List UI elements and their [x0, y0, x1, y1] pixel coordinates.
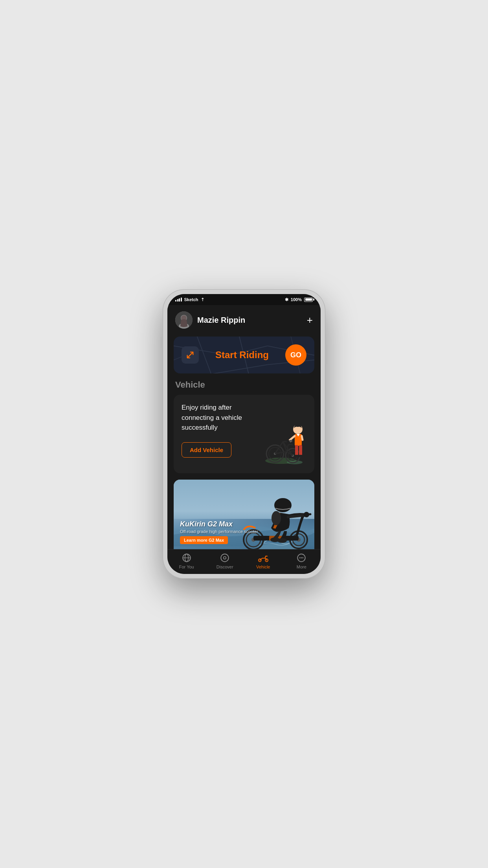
nav-item-discover[interactable]: Discover	[213, 553, 237, 569]
svg-rect-24	[295, 445, 298, 456]
svg-point-38	[275, 504, 291, 511]
promo-subtitle: Off-road grade high performance scooter	[180, 529, 258, 534]
add-button[interactable]: +	[307, 315, 313, 325]
add-vehicle-button[interactable]: Add Vehicle	[182, 442, 231, 458]
promo-text-overlay: KuKirin G2 Max Off-road grade high perfo…	[180, 520, 258, 544]
username: Mazie Rippin	[197, 316, 245, 325]
more-label: More	[297, 565, 306, 569]
expand-icon-box	[182, 346, 199, 364]
avatar[interactable]	[175, 311, 193, 329]
svg-point-51	[299, 557, 301, 559]
status-left: Sketch ⇡	[175, 297, 204, 302]
notch	[220, 294, 268, 303]
bottom-nav: For You Discover	[167, 549, 321, 574]
svg-point-46	[221, 554, 229, 562]
svg-rect-25	[299, 445, 302, 456]
header: Mazie Rippin +	[167, 305, 321, 333]
vehicle-icon	[258, 553, 268, 563]
svg-line-6	[211, 365, 267, 373]
vehicle-label: Vehicle	[256, 565, 270, 569]
carrier-label: Sketch	[184, 297, 198, 302]
bluetooth-icon: ✱	[285, 297, 288, 302]
status-right: ✱ 100%	[285, 297, 313, 302]
svg-point-39	[304, 512, 309, 517]
start-riding-card[interactable]: Start Riding GO	[174, 337, 314, 373]
promo-product-name: KuKirin G2 Max	[180, 520, 258, 528]
battery-icon	[304, 298, 313, 302]
discover-icon	[220, 553, 230, 563]
discover-label: Discover	[216, 565, 233, 569]
go-button[interactable]: GO	[285, 344, 306, 366]
main-scroll[interactable]: Mazie Rippin +	[167, 305, 321, 549]
promo-image-area: KuKirin G2 Max Off-road grade high perfo…	[174, 480, 314, 549]
promo-cta-button[interactable]: Learn more G2 Max	[180, 536, 228, 544]
svg-point-41	[270, 537, 280, 542]
promo-banner[interactable]: KuKirin G2 Max Off-road grade high perfo…	[174, 480, 314, 549]
nav-item-vehicle[interactable]: Vehicle	[251, 553, 275, 569]
svg-point-47	[224, 557, 226, 559]
avatar-image	[175, 311, 193, 329]
svg-rect-27	[298, 455, 303, 457]
more-icon	[296, 553, 306, 563]
expand-icon	[186, 351, 194, 359]
signal-bars	[175, 298, 182, 302]
for-you-label: For You	[179, 565, 194, 569]
svg-rect-23	[289, 440, 292, 442]
nav-item-for-you[interactable]: For You	[175, 553, 198, 569]
header-left: Mazie Rippin	[175, 311, 245, 329]
phone-frame: Sketch ⇡ ✱ 100%	[163, 289, 325, 579]
vehicle-left: Enjoy riding after connecting a vehicle …	[182, 403, 259, 458]
vehicle-section-title: Vehicle	[167, 380, 321, 395]
wifi-icon: ⇡	[201, 297, 204, 302]
phone-screen: Sketch ⇡ ✱ 100%	[167, 294, 321, 574]
start-riding-label: Start Riding	[199, 349, 285, 360]
nav-item-more[interactable]: More	[290, 553, 313, 569]
svg-point-53	[303, 557, 304, 559]
for-you-icon	[182, 553, 192, 563]
vehicle-illustration	[263, 403, 306, 465]
svg-point-52	[301, 557, 302, 559]
battery-percentage: 100%	[291, 297, 302, 302]
vehicle-card: Enjoy riding after connecting a vehicle …	[174, 395, 314, 473]
vehicle-empty-message: Enjoy riding after connecting a vehicle …	[182, 403, 259, 433]
svg-point-42	[272, 511, 281, 525]
